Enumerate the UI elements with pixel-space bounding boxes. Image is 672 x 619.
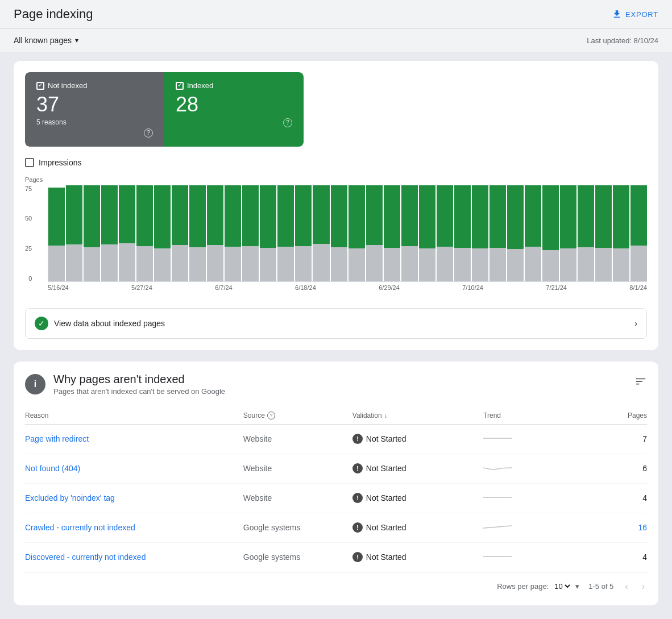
- validation-cell: ! Not Started: [352, 463, 483, 473]
- bar-green: [630, 185, 647, 246]
- bar-gray: [260, 248, 276, 281]
- chart-bar-group: [349, 185, 365, 281]
- bar-green: [295, 185, 312, 246]
- validation-status: Not Started: [366, 434, 406, 443]
- prev-page-button[interactable]: ‹: [623, 579, 630, 594]
- reason-cell[interactable]: Not found (404): [25, 464, 243, 473]
- bar-gray: [101, 244, 118, 281]
- bar-green: [507, 185, 524, 249]
- bar-gray: [313, 244, 329, 281]
- section-subtitle: Pages that aren't indexed can't be serve…: [53, 387, 225, 396]
- chart-bar-group: [295, 185, 312, 281]
- section-header: i Why pages aren't indexed Pages that ar…: [25, 373, 647, 396]
- bar-green: [225, 185, 241, 247]
- chart-bar-group: [595, 185, 612, 281]
- chart-bar-group: [384, 185, 400, 281]
- not-indexed-help-icon[interactable]: ?: [144, 128, 153, 138]
- reason-cell[interactable]: Crawled - currently not indexed: [25, 523, 243, 532]
- bar-green: [119, 185, 135, 243]
- bar-gray: [277, 247, 294, 281]
- bar-green: [260, 185, 276, 248]
- table: Reason Source ? Validation ↓ Trend Pages…: [25, 407, 647, 594]
- bar-gray: [66, 244, 82, 281]
- not-indexed-stat: Not indexed 37 5 reasons ?: [25, 72, 164, 147]
- source-cell: Website: [243, 464, 352, 473]
- bar-gray: [189, 247, 206, 281]
- indexed-help-icon[interactable]: ?: [283, 118, 292, 127]
- bar-gray: [437, 247, 453, 281]
- bar-gray: [542, 250, 559, 281]
- bar-green: [84, 185, 100, 248]
- sub-header: All known pages ▾ Last updated: 8/10/24: [0, 29, 672, 52]
- next-page-button[interactable]: ›: [640, 579, 647, 594]
- pagination-row: Rows per page: 10 25 50 ▾ 1-5 of 5 ‹ ›: [25, 572, 647, 594]
- filter-button[interactable]: All known pages ▾: [14, 36, 78, 45]
- pages-cell: 4: [592, 552, 647, 562]
- pages-cell: 6: [592, 464, 647, 473]
- chart-bar-group: [490, 185, 506, 281]
- section-title: Why pages aren't indexed: [53, 373, 225, 386]
- bar-green: [560, 185, 576, 248]
- chart-bar-group: [207, 185, 223, 281]
- bar-gray: [366, 245, 383, 281]
- reason-cell[interactable]: Excluded by 'noindex' tag: [25, 493, 243, 502]
- filter-icon[interactable]: [634, 375, 647, 390]
- impressions-checkbox[interactable]: [25, 158, 34, 167]
- source-cell: Google systems: [243, 523, 352, 532]
- indexed-count: 28: [176, 93, 292, 116]
- chart-y-labels: 75 50 25 0: [25, 185, 35, 282]
- bar-gray: [136, 246, 153, 281]
- chart-bar-group: [313, 185, 329, 281]
- bar-gray: [454, 248, 471, 281]
- chart-bar-group: [172, 185, 188, 281]
- chart-bar-group: [331, 185, 347, 281]
- bar-green: [525, 185, 541, 247]
- chart-bar-group: [437, 185, 453, 281]
- chart-bar-group: [154, 185, 171, 281]
- bar-gray: [331, 247, 347, 281]
- bar-green: [490, 185, 506, 248]
- dropdown-arrow-icon: ▾: [575, 582, 579, 591]
- chart-x-labels: 5/16/24 5/27/24 6/7/24 6/18/24 6/29/24 7…: [48, 284, 647, 291]
- chart-bars: [48, 185, 647, 282]
- reason-cell[interactable]: Discovered - currently not indexed: [25, 552, 243, 562]
- not-indexed-sub: 5 reasons: [36, 118, 153, 126]
- pages-cell: 16: [592, 523, 647, 532]
- bar-green: [313, 185, 329, 244]
- bar-gray: [560, 248, 576, 281]
- green-check-icon: ✓: [35, 317, 48, 330]
- bar-green: [578, 185, 594, 247]
- bar-gray: [595, 248, 612, 281]
- bar-gray: [525, 247, 541, 281]
- chart-container: Pages 75 50 25 0 5/16/24 5/27/24 6/7/24 …: [25, 176, 647, 299]
- impressions-row: Impressions: [25, 158, 647, 167]
- validation-status: Not Started: [366, 464, 406, 473]
- bar-green: [454, 185, 471, 248]
- bar-gray: [507, 249, 524, 281]
- chart-bar-group: [101, 185, 118, 281]
- source-cell: Google systems: [243, 552, 352, 562]
- bar-green: [595, 185, 612, 248]
- bar-gray: [490, 248, 506, 281]
- source-cell: Website: [243, 493, 352, 502]
- reason-cell[interactable]: Page with redirect: [25, 434, 243, 443]
- bar-green: [136, 185, 153, 247]
- chart-bar-group: [242, 185, 259, 281]
- validation-cell: ! Not Started: [352, 434, 483, 444]
- chart-bar-group: [136, 185, 153, 281]
- view-indexed-pages-button[interactable]: ✓ View data about indexed pages ›: [25, 308, 647, 339]
- chart-bar-group: [366, 185, 383, 281]
- bar-green: [542, 185, 559, 251]
- col-validation: Validation ↓: [352, 412, 483, 419]
- export-button[interactable]: EXPORT: [612, 9, 658, 19]
- rows-per-page-select[interactable]: 10 25 50: [552, 581, 572, 591]
- chart-bar-group: [454, 185, 471, 281]
- validation-status: Not Started: [366, 523, 406, 532]
- chart-bar-group: [578, 185, 594, 281]
- last-updated: Last updated: 8/10/24: [587, 36, 658, 45]
- page-info: 1-5 of 5: [588, 582, 613, 591]
- table-row: Not found (404) Website ! Not Started 6: [25, 454, 647, 484]
- source-help-icon[interactable]: ?: [267, 412, 275, 419]
- table-row: Discovered - currently not indexed Googl…: [25, 543, 647, 572]
- chart-bar-group: [277, 185, 294, 281]
